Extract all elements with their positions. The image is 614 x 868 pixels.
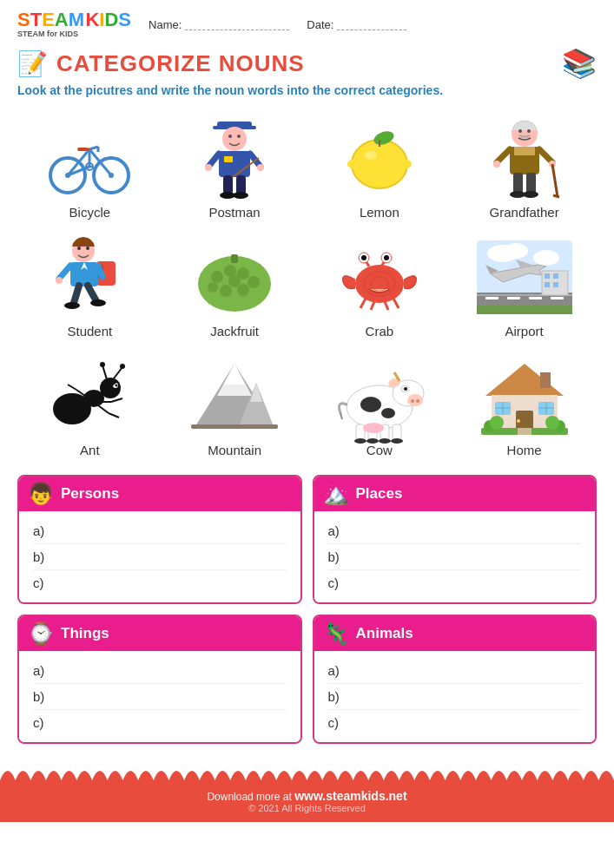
- item-cow: Cow: [307, 345, 452, 464]
- persons-title: Persons: [61, 485, 119, 503]
- svg-rect-26: [236, 175, 246, 194]
- student-label: Student: [68, 324, 113, 339]
- svg-rect-96: [507, 297, 520, 299]
- ant-image: [37, 352, 142, 439]
- things-row-a: a): [33, 658, 287, 684]
- svg-rect-163: [540, 372, 551, 388]
- home-label: Home: [507, 443, 542, 457]
- logo-tagline: STEAM for KIDS: [17, 30, 78, 38]
- item-mountain: Mountain: [162, 345, 307, 464]
- jackfruit-image: [182, 233, 287, 320]
- item-jackfruit: Jackfruit: [162, 227, 307, 345]
- name-line: Name:: [149, 18, 289, 31]
- svg-point-74: [228, 275, 241, 287]
- ab-badge: 📚: [562, 47, 597, 80]
- name-dotted: [185, 18, 289, 30]
- item-postman: Postman: [162, 108, 307, 227]
- instructions: Look at the picutres and write the noun …: [0, 82, 614, 104]
- ant-label: Ant: [80, 443, 100, 457]
- svg-point-61: [56, 277, 63, 284]
- svg-point-137: [411, 399, 414, 403]
- svg-point-109: [120, 364, 125, 369]
- footer-prefix: Download more at: [207, 791, 294, 803]
- things-body: a) b) c): [19, 651, 300, 742]
- svg-point-18: [237, 135, 241, 138]
- svg-point-55: [77, 247, 81, 250]
- svg-point-23: [205, 164, 212, 171]
- date-dotted: [337, 18, 406, 30]
- item-lemon: Lemon: [307, 108, 452, 227]
- svg-line-43: [539, 149, 552, 162]
- svg-rect-95: [485, 297, 498, 299]
- animals-row-c: c): [328, 710, 582, 735]
- svg-rect-97: [529, 297, 542, 299]
- svg-line-51: [553, 195, 559, 197]
- ab-badge-icon: 📚: [562, 48, 597, 79]
- item-ant: Ant: [17, 345, 162, 464]
- svg-rect-19: [219, 151, 250, 177]
- logo-e: E: [42, 10, 55, 30]
- svg-point-134: [381, 408, 395, 418]
- cow-label: Cow: [366, 443, 393, 457]
- svg-point-107: [100, 378, 121, 398]
- svg-point-16: [222, 127, 247, 151]
- svg-point-133: [360, 397, 381, 412]
- persons-row-a: a): [33, 518, 287, 544]
- svg-line-151: [340, 413, 342, 419]
- svg-marker-128: [224, 364, 245, 385]
- persons-body: a) b) c): [19, 511, 300, 602]
- crab-image: [327, 233, 432, 320]
- svg-point-67: [211, 271, 223, 283]
- logo: S T E A M K I D S STEAM for KIDS: [17, 10, 131, 38]
- mountain-label: Mountain: [208, 443, 261, 457]
- svg-point-68: [224, 265, 236, 277]
- svg-rect-47: [526, 173, 536, 194]
- svg-point-156: [517, 419, 520, 423]
- persons-icon: 👦: [28, 482, 54, 506]
- svg-rect-104: [553, 282, 558, 287]
- svg-point-38: [518, 129, 522, 133]
- svg-point-91: [504, 243, 528, 259]
- airport-image: [472, 233, 577, 320]
- svg-point-73: [208, 282, 218, 293]
- footer-copyright: © 2021 All Rights Reserved: [0, 803, 614, 813]
- page: S T E A M K I D S STEAM for KIDS Name: D…: [0, 0, 614, 868]
- footer: Download more at www.steamkids.net © 202…: [0, 761, 614, 822]
- things-title: Things: [61, 625, 109, 642]
- svg-point-65: [90, 299, 106, 306]
- bicycle-image: [37, 115, 142, 201]
- svg-point-17: [228, 135, 232, 138]
- image-grid: Bicycle: [0, 104, 614, 464]
- crab-label: Crab: [366, 324, 394, 339]
- svg-point-36: [365, 151, 377, 160]
- svg-point-167: [490, 416, 504, 430]
- item-student: Student: [17, 227, 162, 345]
- svg-point-136: [407, 394, 423, 406]
- places-row-b: b): [328, 544, 582, 570]
- pencil-icon: 📝: [17, 49, 48, 78]
- svg-marker-153: [485, 364, 564, 396]
- lemon-label: Lemon: [360, 205, 399, 220]
- svg-rect-20: [224, 156, 233, 162]
- category-animals: 🦎 Animals a) b) c): [313, 615, 597, 744]
- home-image: [472, 352, 577, 439]
- logo-t: T: [30, 10, 42, 30]
- svg-rect-75: [231, 254, 238, 263]
- svg-point-39: [527, 129, 531, 133]
- svg-point-152: [363, 423, 384, 433]
- item-airport: Airport: [452, 227, 597, 345]
- svg-line-123: [111, 398, 122, 402]
- animals-icon: 🦎: [323, 621, 349, 646]
- svg-point-138: [416, 399, 419, 403]
- svg-rect-98: [551, 297, 564, 299]
- grandfather-image: [472, 115, 577, 201]
- svg-line-42: [497, 149, 510, 162]
- things-header: ⌚ Things: [19, 616, 300, 651]
- persons-row-c: c): [33, 570, 287, 595]
- svg-line-125: [109, 413, 119, 418]
- svg-line-50: [552, 164, 558, 197]
- persons-header: 👦 Persons: [19, 477, 300, 511]
- title-section: 📝 CATEGORIZE NOUNS 📚: [0, 43, 614, 82]
- svg-line-124: [98, 405, 109, 413]
- footer-wave-decoration: [0, 761, 614, 780]
